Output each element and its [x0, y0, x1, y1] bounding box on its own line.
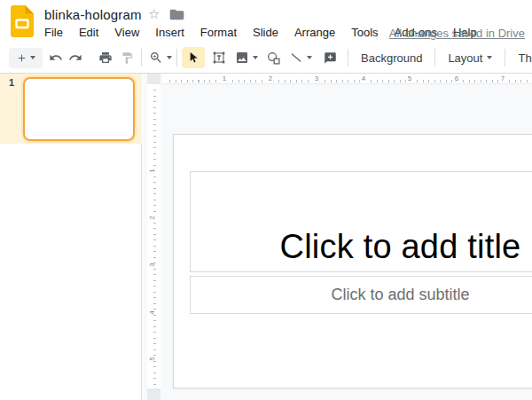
redo-icon: [68, 51, 82, 65]
header: blinka-hologram ☆ File Edit View Insert …: [0, 0, 532, 43]
menu-format[interactable]: Format: [200, 26, 237, 39]
folder-icon[interactable]: [169, 8, 184, 21]
slides-logo-icon[interactable]: [10, 5, 35, 37]
h-ruler-label: 1: [221, 75, 228, 83]
h-ruler-label: 6: [453, 75, 460, 83]
layout-label: Layout: [448, 51, 482, 65]
print-icon: [98, 51, 113, 65]
menu-arrange[interactable]: Arrange: [294, 26, 335, 39]
slide-editing-area[interactable]: Click to add title Click to add subtitle: [173, 134, 532, 388]
v-ruler-label: 3: [147, 263, 157, 266]
paint-format-button[interactable]: [117, 47, 137, 68]
line-caret-icon[interactable]: [307, 56, 312, 59]
h-ruler-label: 4: [360, 75, 367, 83]
menu-edit[interactable]: Edit: [79, 26, 98, 39]
horizontal-ruler[interactable]: 1 2 3 4 5 6 7: [162, 74, 532, 84]
select-tool-button[interactable]: [182, 47, 205, 68]
ruler-corner-bottom: [147, 388, 160, 400]
h-ruler-label: 7: [499, 75, 506, 83]
zoom-in-icon: [149, 51, 163, 65]
document-title[interactable]: blinka-hologram: [44, 7, 142, 22]
menu-tools[interactable]: Tools: [351, 26, 378, 39]
slide-number: 1: [9, 77, 14, 88]
toolbar-separator: [141, 49, 142, 67]
filmstrip-selected-row[interactable]: 1: [0, 74, 142, 144]
v-ruler-label: 2: [147, 216, 157, 219]
toolbar: Background Layout Theme Transition: [0, 43, 532, 74]
v-ruler-label: 4: [147, 310, 157, 314]
toolbar-separator: [434, 49, 435, 67]
vertical-ruler[interactable]: 1 2 3 4 5: [147, 84, 160, 388]
slide-filmstrip-panel: 1: [0, 74, 142, 400]
editor-canvas: 1 2 3 4 5 6 7 1 2 3 4 5 Click to add tit…: [143, 74, 532, 400]
paint-format-icon: [121, 51, 134, 65]
shape-icon: [266, 51, 281, 66]
insert-comment-button[interactable]: [320, 47, 340, 68]
v-ruler-label: 5: [147, 357, 157, 360]
menu-slide[interactable]: Slide: [253, 26, 278, 39]
h-ruler-label: 2: [267, 75, 274, 83]
background-label: Background: [361, 51, 422, 65]
v-ruler-label: 1: [147, 169, 157, 172]
line-icon: [289, 51, 303, 65]
layout-button[interactable]: Layout: [440, 47, 500, 68]
print-button[interactable]: [96, 47, 115, 68]
subtitle-placeholder[interactable]: Click to add subtitle: [190, 276, 532, 314]
menu-file[interactable]: File: [44, 26, 63, 39]
ruler-corner: [147, 74, 160, 84]
menu-insert[interactable]: Insert: [155, 26, 184, 39]
toolbar-separator: [505, 49, 505, 67]
toolbar-separator: [176, 49, 177, 67]
plus-icon: [16, 52, 27, 64]
insert-line-button[interactable]: [286, 47, 306, 68]
text-box-icon: [212, 51, 226, 65]
comment-icon: [324, 51, 337, 65]
insert-shape-button[interactable]: [263, 47, 283, 68]
h-ruler-label: 3: [313, 75, 320, 83]
new-slide-button[interactable]: [9, 48, 43, 68]
zoom-caret-icon[interactable]: [167, 56, 172, 59]
google-slides-window: blinka-hologram ☆ File Edit View Insert …: [0, 0, 532, 400]
layout-caret-icon: [487, 56, 492, 59]
menu-view[interactable]: View: [114, 26, 139, 39]
theme-label: Theme: [518, 51, 532, 65]
zoom-button[interactable]: [146, 47, 166, 68]
text-box-button[interactable]: [209, 47, 229, 68]
undo-button[interactable]: [46, 47, 66, 68]
image-caret-icon[interactable]: [253, 56, 258, 59]
save-status-link[interactable]: All changes saved in Drive: [389, 27, 525, 40]
cursor-icon: [186, 51, 200, 65]
subtitle-placeholder-text: Click to add subtitle: [331, 286, 469, 304]
star-icon[interactable]: ☆: [148, 6, 160, 22]
h-ruler-label: 5: [406, 75, 413, 83]
theme-button[interactable]: Theme: [510, 47, 532, 68]
new-slide-caret-icon: [30, 56, 35, 59]
title-placeholder[interactable]: Click to add title: [190, 171, 532, 272]
title-placeholder-text: Click to add title: [280, 228, 521, 266]
toolbar-separator: [348, 49, 348, 67]
background-button[interactable]: Background: [353, 47, 430, 68]
slide-thumbnail[interactable]: [23, 77, 135, 141]
insert-image-button[interactable]: [232, 47, 252, 68]
image-icon: [235, 51, 249, 65]
redo-button[interactable]: [66, 47, 85, 68]
undo-icon: [49, 51, 63, 65]
